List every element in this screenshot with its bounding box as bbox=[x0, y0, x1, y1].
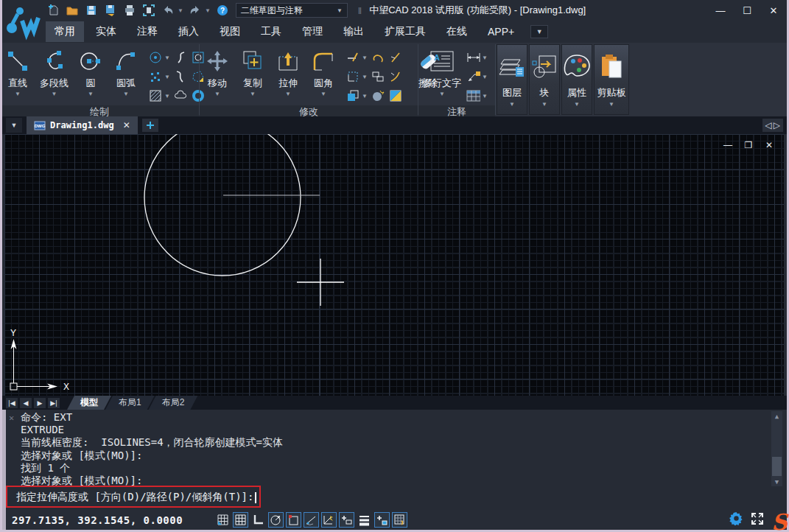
ribbon-collapse-icon[interactable]: ▼ bbox=[530, 25, 548, 38]
doc-close-icon[interactable]: ✕ bbox=[763, 140, 775, 150]
spline-icon[interactable] bbox=[173, 50, 188, 65]
chevron-down-icon[interactable]: ▼ bbox=[164, 55, 170, 61]
ribbon-tab-app[interactable]: APP+ bbox=[479, 22, 523, 41]
last-layout-icon[interactable]: ▶| bbox=[48, 398, 60, 408]
chevron-down-icon[interactable]: ▼ bbox=[362, 55, 368, 61]
dyn-input-icon[interactable] bbox=[321, 512, 337, 528]
doc-restore-icon[interactable]: ❐ bbox=[743, 140, 754, 150]
print-icon[interactable] bbox=[122, 3, 137, 18]
save-icon[interactable] bbox=[84, 3, 99, 18]
properties-panel-button[interactable]: 属性 ▼ bbox=[561, 44, 592, 115]
circle-button[interactable]: 圆 ▼ bbox=[73, 45, 108, 97]
open-folder-icon[interactable] bbox=[65, 3, 80, 18]
document-list-dropdown[interactable]: ▼ bbox=[6, 118, 22, 133]
next-layout-icon[interactable]: ▶ bbox=[34, 398, 46, 408]
dimension-icon[interactable] bbox=[466, 50, 480, 65]
ribbon-tab-annotate[interactable]: 注释 bbox=[128, 21, 166, 42]
chevron-down-icon[interactable]: ▼ bbox=[362, 74, 368, 80]
undo-icon[interactable] bbox=[161, 3, 175, 18]
ribbon-tab-output[interactable]: 输出 bbox=[334, 21, 373, 42]
minimize-button[interactable]: — bbox=[712, 4, 729, 17]
chevron-down-icon[interactable]: ▼ bbox=[482, 55, 488, 61]
dyn-ucs-icon[interactable] bbox=[339, 512, 354, 528]
tab-scroll-left-icon[interactable]: ◁ bbox=[765, 120, 772, 130]
save-as-icon[interactable] bbox=[103, 3, 118, 18]
ribbon-tab-insert[interactable]: 插入 bbox=[169, 21, 208, 42]
workspace-selector[interactable]: 二维草图与注释 ▼ bbox=[236, 3, 348, 18]
fullscreen-icon[interactable] bbox=[751, 512, 764, 528]
arc-button[interactable]: 圆弧 ▼ bbox=[108, 45, 144, 97]
close-tab-icon[interactable]: ✕ bbox=[119, 120, 130, 130]
first-layout-icon[interactable]: |◀ bbox=[6, 398, 18, 408]
line-button[interactable]: 直线 ▼ bbox=[0, 45, 35, 97]
gradient-icon[interactable] bbox=[388, 88, 403, 103]
cycle-select-icon[interactable] bbox=[374, 512, 390, 528]
break-icon[interactable] bbox=[388, 50, 403, 65]
chevron-down-icon[interactable]: ▼ bbox=[164, 74, 170, 80]
chevron-down-icon[interactable]: ▼ bbox=[482, 74, 488, 80]
zwcad-logo[interactable] bbox=[4, 4, 41, 41]
settings-gear-icon[interactable] bbox=[729, 511, 743, 528]
new-file-icon[interactable] bbox=[46, 3, 60, 18]
chevron-down-icon[interactable]: ▼ bbox=[482, 93, 488, 99]
snap-icon[interactable] bbox=[215, 512, 231, 528]
polyline-button[interactable]: 多段线 ▼ bbox=[35, 45, 73, 97]
layout-tab-layout1[interactable]: 布局1 bbox=[105, 396, 155, 410]
layout-tab-layout2[interactable]: 布局2 bbox=[149, 396, 198, 410]
ribbon-tab-tools[interactable]: 工具 bbox=[252, 21, 290, 42]
leader-icon[interactable] bbox=[466, 69, 480, 84]
ribbon-tab-express[interactable]: 扩展工具 bbox=[376, 21, 435, 42]
revcloud-icon[interactable] bbox=[173, 88, 188, 103]
ribbon-tab-solid[interactable]: 实体 bbox=[87, 21, 125, 42]
tab-scroll-right-icon[interactable]: ▷ bbox=[774, 120, 780, 130]
command-scrollbar[interactable]: ▲ ▼ bbox=[771, 411, 782, 486]
prev-layout-icon[interactable]: ◀ bbox=[20, 398, 32, 408]
mtext-button[interactable]: A 多行文字 ▼ bbox=[418, 45, 466, 97]
hatch-icon[interactable] bbox=[148, 88, 163, 103]
lineweight-icon[interactable] bbox=[357, 512, 372, 528]
new-tab-button[interactable] bbox=[142, 119, 158, 132]
preview-icon[interactable] bbox=[141, 3, 156, 18]
osnap-icon[interactable] bbox=[286, 512, 301, 528]
scroll-down-icon[interactable]: ▼ bbox=[771, 477, 782, 486]
redo-icon[interactable] bbox=[188, 3, 203, 18]
chevron-down-icon[interactable]: ▼ bbox=[362, 93, 368, 99]
undo-dropdown-caret[interactable]: ▼ bbox=[178, 7, 183, 14]
join-icon[interactable] bbox=[371, 69, 385, 84]
fillet-button[interactable]: 圆角 ▼ bbox=[306, 45, 341, 97]
viewport-icon[interactable] bbox=[392, 512, 407, 528]
clipboard-panel-button[interactable]: 剪贴板 ▼ bbox=[594, 44, 629, 115]
block-panel-button[interactable]: 块 ▼ bbox=[529, 44, 560, 115]
ortho-icon[interactable] bbox=[250, 512, 266, 528]
ribbon-tab-online[interactable]: 在线 bbox=[438, 21, 476, 42]
chevron-down-icon[interactable]: ▼ bbox=[164, 93, 170, 99]
point-icon[interactable] bbox=[148, 69, 163, 84]
polar-icon[interactable] bbox=[268, 512, 284, 528]
grid-icon[interactable] bbox=[233, 512, 248, 528]
layers-panel-button[interactable]: 图层 ▼ bbox=[497, 44, 527, 115]
ellipse-icon[interactable] bbox=[148, 50, 163, 65]
help-icon[interactable]: ? bbox=[215, 3, 230, 18]
doc-minimize-icon[interactable]: — bbox=[722, 140, 734, 150]
drawing-canvas[interactable]: — ❐ ✕ Y X bbox=[4, 134, 784, 396]
explode-icon[interactable] bbox=[371, 88, 385, 103]
scrollbar-thumb[interactable] bbox=[772, 457, 782, 476]
command-line-window[interactable]: ✕ 命令: EXT EXTRUDE 当前线框密度: ISOLINES=4，闭合轮… bbox=[6, 410, 784, 510]
spline-edit-icon[interactable] bbox=[173, 69, 188, 84]
redo-dropdown-caret[interactable]: ▼ bbox=[205, 7, 211, 14]
close-button[interactable]: ✕ bbox=[765, 4, 782, 17]
table-icon[interactable] bbox=[466, 88, 480, 103]
scroll-up-icon[interactable]: ▲ bbox=[771, 411, 782, 421]
scale-icon[interactable] bbox=[346, 69, 360, 84]
offset-icon[interactable] bbox=[371, 50, 385, 65]
document-tab-drawing1[interactable]: DWG Drawing1.dwg ✕ bbox=[27, 116, 138, 134]
ribbon-tab-manage[interactable]: 管理 bbox=[293, 21, 332, 42]
taper-icon[interactable] bbox=[388, 69, 403, 84]
stretch-button[interactable]: 拉伸 ▼ bbox=[270, 45, 306, 97]
trim-icon[interactable] bbox=[346, 50, 360, 65]
ribbon-tab-view[interactable]: 视图 bbox=[211, 21, 249, 42]
move-button[interactable]: 移动 ▼ bbox=[200, 45, 235, 97]
layout-tab-model[interactable]: 模型 bbox=[67, 396, 111, 410]
command-close-icon[interactable]: ✕ bbox=[9, 413, 14, 423]
ribbon-tab-home[interactable]: 常用 bbox=[46, 21, 84, 42]
